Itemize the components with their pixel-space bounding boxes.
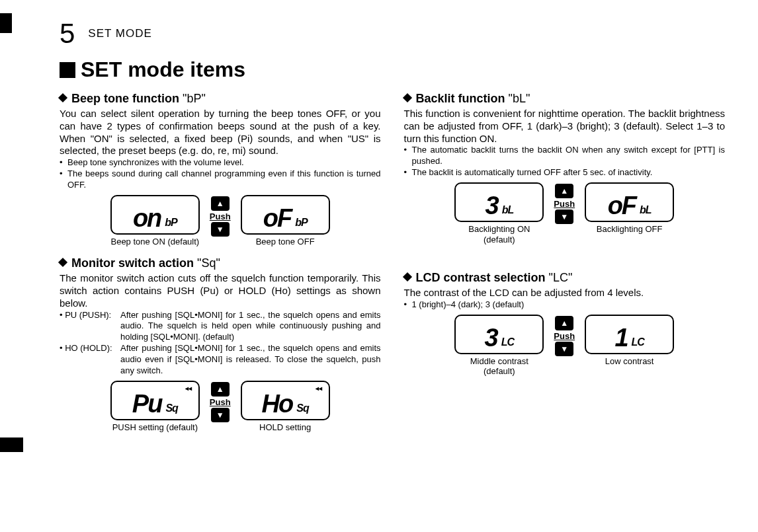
diamond-icon — [402, 93, 411, 102]
heading-backlit-text: Backlit function — [416, 92, 505, 105]
bullet-icon: • — [404, 299, 412, 311]
backlit-bullet-1: The automatic backlit turns the backlit … — [412, 145, 726, 167]
lcd-beep-on: on bP — [110, 195, 200, 235]
lcd-small-text: bL — [502, 205, 514, 215]
lcd-caption: Backlighting OFF — [585, 224, 674, 235]
ho-content: After pushing [SQL•MONI] for 1 sec., the… — [120, 343, 381, 377]
lcd-hold: ◂◂ Ho Sq — [241, 381, 330, 420]
lcd-text: oF — [608, 193, 636, 218]
bullet-icon: • — [404, 167, 412, 178]
lcd-small-text: LC — [632, 337, 644, 348]
body-contrast: The contrast of the LCD can be adjusted … — [404, 287, 726, 299]
diamond-icon — [402, 272, 411, 282]
push-label: Push — [554, 331, 575, 341]
chapter-number: 5 — [60, 20, 75, 48]
diamond-icon — [58, 258, 67, 267]
lcd-text: Ho — [262, 391, 293, 416]
lcd-small-text: bP — [295, 217, 307, 228]
lcd-text: Pu — [132, 391, 162, 416]
up-arrow-icon: ▲ — [211, 382, 230, 397]
push-block: ▲ Push ▼ — [210, 196, 231, 237]
section-contrast: LCD contrast selection "LC" The contrast… — [404, 271, 726, 377]
heading-monitor: Monitor switch action "Sq" — [60, 256, 381, 270]
bullet-icon: • — [60, 157, 67, 169]
pu-label: • PU (PUSH): — [60, 310, 120, 344]
heading-monitor-text: Monitor switch action — [71, 256, 194, 270]
square-icon — [60, 62, 75, 78]
lcd-text: oF — [263, 206, 291, 231]
lcd-small-text: Sq — [165, 403, 177, 414]
backlit-bullet-2: The backlit is automatically turned OFF … — [412, 167, 726, 178]
push-label: Push — [554, 199, 575, 209]
lcd-text: 1 — [614, 325, 627, 350]
down-arrow-icon: ▼ — [555, 209, 573, 224]
lcd-small-text: Sq — [296, 403, 308, 414]
lcd-backlit-off: oF bL — [585, 182, 674, 222]
side-tab-bottom — [0, 437, 23, 452]
antenna-icon: ◂◂ — [316, 385, 322, 392]
up-arrow-icon: ▲ — [555, 316, 573, 330]
lcd-contrast-mid: 3 LC — [454, 315, 544, 354]
heading-backlit-code: "bL" — [509, 92, 530, 105]
lcd-text: on — [133, 206, 161, 231]
main-title: SET mode items — [60, 57, 725, 82]
lcd-caption-line2: (default) — [484, 235, 515, 245]
down-arrow-icon: ▼ — [211, 408, 230, 422]
ho-label: • HO (HOLD): — [60, 343, 120, 377]
lcd-text: 3 — [485, 193, 498, 218]
bullet-icon: • — [60, 169, 67, 191]
lcd-small-text: bL — [640, 205, 652, 215]
side-tab — [0, 13, 12, 33]
lcd-backlit-on: 3 bL — [454, 182, 544, 222]
lcd-caption-line1: Backlighting ON — [468, 224, 530, 234]
heading-beep: Beep tone function "bP" — [60, 92, 381, 106]
beep-bullet-2: The beeps sound during call channel prog… — [67, 169, 381, 191]
heading-contrast-text: LCD contrast selection — [416, 271, 546, 284]
push-block: ▲ Push ▼ — [554, 184, 575, 224]
antenna-icon: ◂◂ — [185, 385, 192, 392]
lcd-small-text: LC — [501, 337, 514, 348]
down-arrow-icon: ▼ — [211, 222, 230, 237]
heading-backlit: Backlit function "bL" — [404, 92, 726, 106]
heading-beep-text: Beep tone function — [71, 92, 179, 105]
body-backlit: This function is convenient for nighttim… — [404, 108, 726, 145]
lcd-small-text: bP — [165, 217, 177, 228]
heading-contrast-code: "LC" — [549, 271, 573, 284]
body-monitor: The monitor switch action cuts off the s… — [60, 272, 381, 309]
push-block: ▲ Push ▼ — [210, 382, 231, 422]
up-arrow-icon: ▲ — [211, 196, 230, 211]
lcd-contrast-low: 1 LC — [585, 315, 674, 354]
chapter-title: SET MODE — [88, 27, 151, 40]
lcd-caption: Beep tone OFF — [241, 237, 330, 247]
lcd-caption: PUSH setting (default) — [110, 422, 200, 433]
push-label: Push — [210, 211, 231, 221]
section-backlit: Backlit function "bL" This function is c… — [404, 92, 726, 245]
lcd-caption: Beep tone ON (default) — [110, 237, 200, 247]
bullet-icon: • — [404, 145, 412, 167]
heading-contrast: LCD contrast selection "LC" — [404, 271, 726, 285]
lcd-caption-line2: (default) — [484, 366, 515, 376]
body-beep: You can select silent operation by turni… — [60, 108, 381, 157]
beep-bullet-1: Beep tone synchronizes with the volume l… — [67, 157, 381, 169]
up-arrow-icon: ▲ — [555, 184, 573, 198]
lcd-caption: Low contrast — [585, 356, 674, 367]
push-block: ▲ Push ▼ — [554, 316, 575, 356]
lcd-text: 3 — [485, 325, 497, 350]
page-number: 12 — [33, 438, 44, 449]
heading-monitor-code: "Sq" — [197, 256, 220, 270]
lcd-beep-off: oF bP — [241, 195, 330, 235]
heading-beep-code: "bP" — [183, 92, 206, 105]
lcd-caption: HOLD setting — [241, 422, 330, 433]
diamond-icon — [58, 93, 67, 102]
chapter-header: 5 SET MODE — [60, 20, 725, 48]
lcd-caption-line1: Middle contrast — [470, 356, 528, 366]
main-title-text: SET mode items — [81, 57, 245, 81]
push-label: Push — [210, 397, 231, 407]
contrast-bullet-1: 1 (bright)–4 (dark); 3 (default) — [412, 299, 726, 311]
pu-content: After pushing [SQL•MONI] for 1 sec., the… — [120, 310, 381, 344]
down-arrow-icon: ▼ — [555, 342, 573, 356]
lcd-push: ◂◂ Pu Sq — [110, 381, 200, 420]
section-beep: Beep tone function "bP" You can select s… — [60, 92, 381, 247]
section-monitor: Monitor switch action "Sq" The monitor s… — [60, 256, 381, 432]
